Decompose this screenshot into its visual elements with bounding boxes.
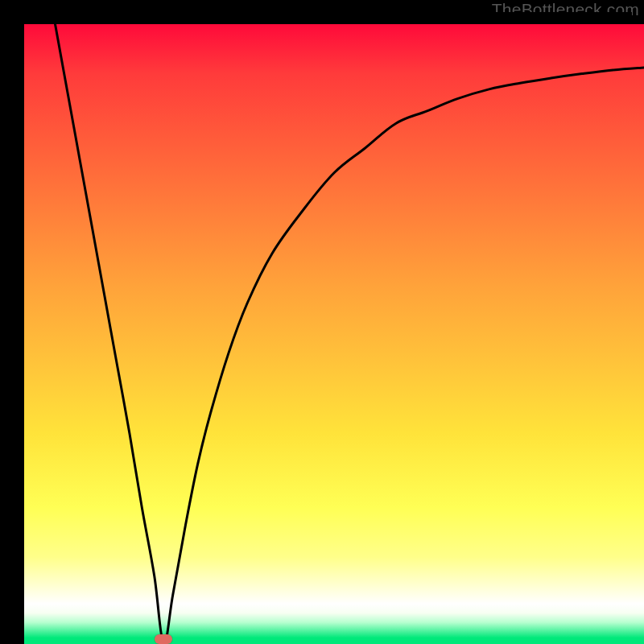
chart-frame (12, 12, 632, 632)
chart-plot-area (24, 24, 644, 644)
chart-background-gradient (24, 24, 644, 644)
optimal-point-marker (155, 634, 172, 644)
